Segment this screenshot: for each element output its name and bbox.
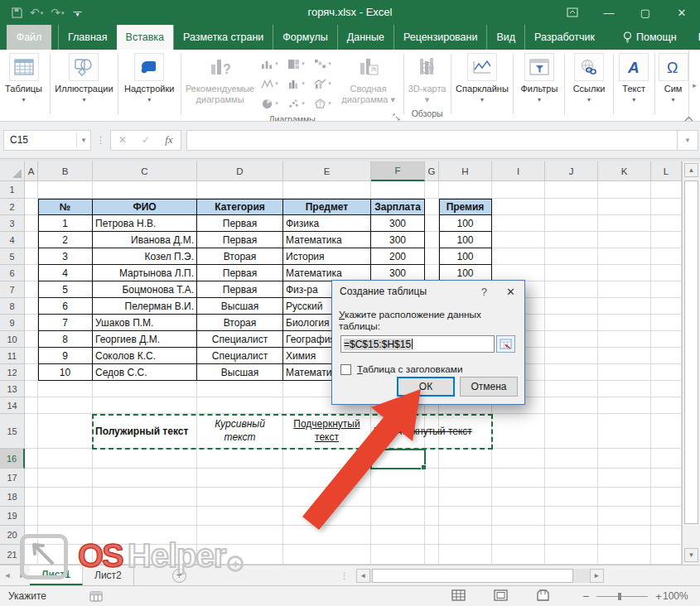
zoom-out-icon[interactable]: − — [582, 589, 589, 603]
cell-D20[interactable] — [197, 526, 283, 545]
cell-L7[interactable] — [651, 281, 682, 298]
column-header-C[interactable]: C — [93, 161, 197, 181]
column-header-F[interactable]: F — [371, 161, 425, 181]
sheet-tab-list2[interactable]: Лист2 — [83, 565, 134, 585]
cell-C21[interactable] — [93, 545, 197, 565]
cell-I19[interactable] — [492, 507, 545, 526]
tab-review[interactable]: Рецензировани — [393, 25, 487, 50]
cell-J9[interactable] — [545, 315, 598, 331]
dialog-close-icon[interactable]: ✕ — [497, 286, 524, 298]
cell-C4[interactable]: Иванова Д.М. — [93, 232, 197, 248]
cell-I5[interactable] — [492, 248, 545, 265]
cell-D8[interactable]: Высшая — [197, 298, 283, 315]
cell-D19[interactable] — [197, 507, 283, 526]
cell-C16[interactable] — [93, 449, 197, 469]
cell-A6[interactable] — [25, 265, 38, 281]
cell-I18[interactable] — [492, 488, 545, 507]
zoom-in-icon[interactable]: + — [655, 590, 662, 603]
row-header-17[interactable]: 17 — [0, 469, 25, 488]
cell-D2[interactable]: Категория — [197, 199, 283, 215]
row-header-5[interactable]: 5 — [0, 248, 25, 265]
cell-B9[interactable]: 7 — [38, 315, 93, 331]
sheet-nav-right-icon[interactable]: ► — [15, 565, 30, 585]
tab-file[interactable]: Файл — [7, 25, 51, 50]
cell-J16[interactable] — [545, 449, 598, 469]
cell-K1[interactable] — [598, 181, 651, 199]
row-header-3[interactable]: 3 — [0, 215, 25, 232]
cell-I2[interactable] — [492, 199, 545, 215]
cell-J18[interactable] — [545, 488, 598, 507]
cell-H3[interactable]: 100 — [439, 215, 492, 232]
cell-D7[interactable]: Первая — [197, 281, 283, 298]
select-all-corner[interactable] — [0, 161, 25, 181]
row-header-13[interactable]: 13 — [0, 381, 25, 397]
scroll-right-icon[interactable]: ► — [590, 569, 604, 583]
cell-L17[interactable] — [651, 469, 682, 488]
cell-B12[interactable]: 10 — [38, 364, 93, 381]
cell-A9[interactable] — [25, 315, 38, 331]
cell-J15[interactable] — [545, 414, 598, 449]
cell-D3[interactable]: Первая — [197, 215, 283, 232]
sheet-nav-left-icon[interactable]: ◄ — [0, 565, 15, 585]
waterfall-chart-icon[interactable]: ▾ — [310, 59, 336, 70]
illustrations-button[interactable]: Иллюстрации ▾ — [53, 50, 115, 121]
row-header-2[interactable]: 2 — [0, 199, 25, 215]
cell-L16[interactable] — [651, 449, 682, 469]
row-header-14[interactable]: 14 — [0, 397, 25, 414]
row-header-10[interactable]: 10 — [0, 331, 25, 348]
row-header-9[interactable]: 9 — [0, 315, 25, 331]
cell-K8[interactable] — [598, 298, 651, 315]
cell-C8[interactable]: Пелерман В.И. — [93, 298, 197, 315]
cell-C18[interactable] — [93, 488, 197, 507]
tab-page-layout[interactable]: Разметка страни — [173, 25, 273, 50]
map3d-button[interactable]: 3D-карта ▾ — [407, 50, 448, 108]
cell-C17[interactable] — [93, 469, 197, 488]
cell-I20[interactable] — [492, 526, 545, 545]
treemap-chart-icon[interactable]: ▾ — [283, 59, 310, 70]
cell-C19[interactable] — [93, 507, 197, 526]
cell-H1[interactable] — [439, 181, 492, 199]
cell-E2[interactable]: Предмет — [283, 199, 371, 215]
cell-D15[interactable]: Курсивный текст — [197, 414, 283, 449]
row-header-20[interactable]: 20 — [0, 526, 25, 545]
cell-G3[interactable] — [425, 215, 439, 232]
cell-C9[interactable]: Ушаков П.М. — [93, 315, 197, 331]
row-header-19[interactable]: 19 — [0, 507, 25, 526]
cell-G21[interactable] — [425, 545, 439, 565]
confirm-entry-icon[interactable]: ✓ — [134, 134, 157, 146]
scroll-left-icon[interactable]: ◄ — [356, 569, 370, 583]
cell-K16[interactable] — [598, 449, 651, 469]
insert-function-icon[interactable]: fx — [157, 133, 180, 147]
cell-K6[interactable] — [598, 265, 651, 281]
headers-checkbox[interactable] — [340, 364, 351, 375]
column-header-H[interactable]: H — [439, 161, 492, 181]
cell-A19[interactable] — [25, 507, 38, 526]
cell-D9[interactable]: Вторая — [197, 315, 283, 331]
cell-F6[interactable]: 300 — [371, 265, 425, 281]
close-button[interactable]: ✕ — [664, 0, 700, 25]
cell-I17[interactable] — [492, 469, 545, 488]
column-header-E[interactable]: E — [283, 161, 371, 181]
cell-C14[interactable] — [93, 397, 197, 414]
cell-J21[interactable] — [545, 545, 598, 565]
cell-B3[interactable]: 1 — [38, 215, 93, 232]
scrollbar-resize-handle[interactable]: ⋮ — [340, 571, 350, 580]
cell-L11[interactable] — [651, 348, 682, 364]
cell-J12[interactable] — [545, 364, 598, 381]
column-header-K[interactable]: K — [598, 161, 651, 181]
cell-F2[interactable]: Зарплата — [371, 199, 425, 215]
cell-B20[interactable] — [38, 526, 93, 545]
text-button[interactable]: A Текст ▾ — [616, 50, 652, 121]
cell-C1[interactable] — [93, 181, 197, 199]
cell-L19[interactable] — [651, 507, 682, 526]
cell-B15[interactable] — [38, 414, 93, 449]
row-header-1[interactable]: 1 — [0, 181, 25, 199]
cell-C2[interactable]: ФИО — [93, 199, 197, 215]
row-header-11[interactable]: 11 — [0, 348, 25, 364]
minimize-button[interactable]: — — [591, 0, 627, 25]
cell-B21[interactable] — [38, 545, 93, 565]
cancel-entry-icon[interactable]: ✕ — [111, 134, 134, 146]
cell-A8[interactable] — [25, 298, 38, 315]
cell-A7[interactable] — [25, 281, 38, 298]
scatter-chart-icon[interactable]: ▾ — [283, 99, 310, 109]
